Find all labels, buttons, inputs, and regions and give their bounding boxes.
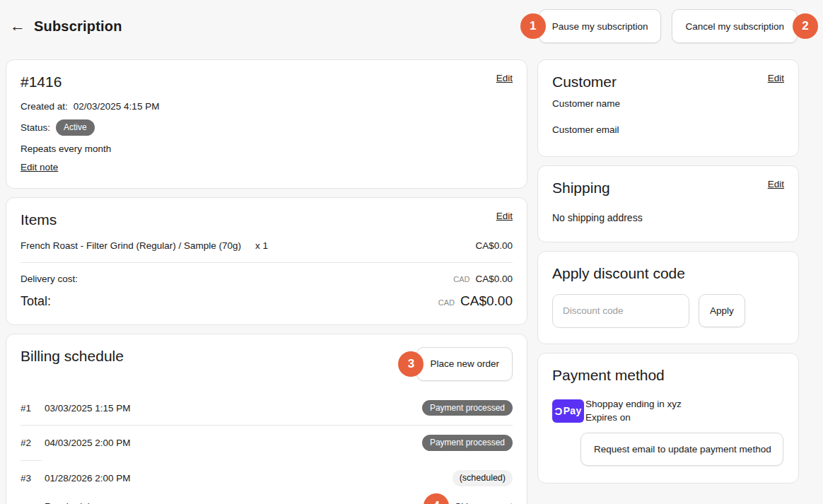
apply-discount-button[interactable]: Apply [699,294,745,327]
total-amount: CA$0.00 [460,293,513,308]
delivery-cost-label: Delivery cost: [21,274,78,284]
created-at-line: Created at: 02/03/2025 4:15 PM [21,101,513,112]
right-column: Customer Edit Customer name Customer ema… [537,59,799,484]
payment-title: Payment method [552,366,784,385]
pause-subscription-button[interactable]: Pause my subscription [539,9,662,43]
status-line: Status: Active [21,119,513,135]
step-badge-4: 4 [424,493,449,504]
step-badge-2: 2 [793,13,818,39]
created-at-label: Created at: [21,101,68,112]
status-label: Status: [21,122,50,133]
total-label: Total: [21,294,51,309]
item-name: French Roast - Filter Grind (Regular) / … [21,240,241,251]
shipping-title: Shipping [552,179,610,197]
subscription-id: #1416 [21,73,62,91]
billing-head: Billing schedule 3 Place new order [21,347,513,381]
items-divider [21,262,513,263]
payment-lines: Shoppay ending in xyz Expires on [585,399,682,423]
shipping-card: Shipping Edit No shipping address [537,165,799,242]
skip-payment-link[interactable]: Skip payment [455,501,513,504]
header-actions: 1 Pause my subscription Cancel my subscr… [539,9,798,43]
customer-head: Customer Edit [552,73,784,91]
shoppay-arrow-glyph: Ɔ [555,405,563,417]
place-new-order-button[interactable]: Place new order [416,347,513,381]
cancel-subscription-button[interactable]: Cancel my subscription [672,9,798,43]
reschedule-link[interactable]: Reschedule [45,501,95,504]
item-price: CA$0.00 [475,240,513,251]
discount-row: Apply [552,294,784,328]
no-shipping-address-text: No shipping address [552,212,643,223]
edit-note-link[interactable]: Edit note [21,162,58,172]
page-title: Subscription [34,18,122,35]
status-badge: Active [56,119,95,135]
customer-name: Customer name [552,98,620,109]
customer-name-line: Customer name [552,98,784,109]
discount-title: Apply discount code [552,264,784,283]
cancel-subscription-wrap: Cancel my subscription 2 [672,9,798,43]
repeats-text: Repeats every month [21,143,111,154]
delivery-currency: CAD [453,275,469,283]
request-email-update-button[interactable]: Request email to update payment method [580,433,783,466]
skip-payment-wrap: 4 Skip payment [455,501,513,504]
subscription-summary-card: #1416 Edit Created at: 02/03/2025 4:15 P… [6,59,527,189]
items-card: Items Edit French Roast - Filter Grind (… [6,197,527,325]
total-currency: CAD [438,298,455,307]
shoppay-icon: Ɔ Pay [552,399,584,423]
scheduled-badge: (scheduled) [453,470,513,486]
repeats-line: Repeats every month [21,143,513,154]
shipping-empty-line: No shipping address [552,212,784,223]
left-column: #1416 Edit Created at: 02/03/2025 4:15 P… [6,59,527,504]
billing-row-1: #1 03/03/2025 1:15 PM Payment processed [21,391,513,425]
subscription-summary-head: #1416 Edit [21,73,513,91]
payment-status-badge: Payment processed [422,435,513,450]
payment-method-card: Payment method Ɔ Pay Shoppay ending in x… [537,353,799,484]
shipping-head: Shipping Edit [552,179,784,197]
payment-expires-text: Expires on [585,412,682,423]
customer-card: Customer Edit Customer name Customer ema… [537,59,799,157]
delivery-cost-value: CADCA$0.00 [453,274,513,284]
item-row: French Roast - Filter Grind (Regular) / … [21,240,513,251]
total-value: CADCA$0.00 [438,293,513,309]
payment-status-badge: Payment processed [422,400,513,416]
billing-row-date: 03/03/2025 1:15 PM [45,403,422,414]
billing-row-number: #3 [21,473,45,484]
item-left: French Roast - Filter Grind (Regular) / … [21,240,268,251]
payment-info-row: Ɔ Pay Shoppay ending in xyz Expires on [552,399,784,423]
billing-title: Billing schedule [21,347,124,365]
billing-rows: #1 03/03/2025 1:15 PM Payment processed … [21,391,513,504]
billing-row-date: 04/03/2025 2:00 PM [45,438,422,448]
item-quantity: x 1 [255,240,268,251]
payment-ending-text: Shoppay ending in xyz [585,399,682,409]
created-at-value: 02/03/2025 4:15 PM [74,101,160,112]
discount-card: Apply discount code Apply [537,251,799,344]
billing-schedule-card: Billing schedule 3 Place new order #1 03… [6,334,527,504]
billing-row-date: 01/28/2026 2:00 PM [45,473,453,484]
billing-actions-row: Reschedule 4 Skip payment [21,496,513,504]
main-content: #1416 Edit Created at: 02/03/2025 4:15 P… [0,49,823,504]
delivery-amount: CA$0.00 [475,274,513,284]
billing-row-number: #1 [21,403,45,414]
delivery-cost-row: Delivery cost: CADCA$0.00 [21,274,513,284]
items-title: Items [21,211,57,229]
step-badge-3: 3 [398,351,424,377]
header-left: ← Subscription [10,18,122,35]
customer-title: Customer [552,73,617,91]
customer-email-line: Customer email [552,124,784,135]
pause-subscription-wrap: 1 Pause my subscription [539,9,662,43]
edit-items-link[interactable]: Edit [496,211,513,221]
edit-customer-link[interactable]: Edit [768,73,784,83]
shoppay-label: Pay [564,405,582,416]
step-badge-1: 1 [520,13,546,39]
billing-row-3: #3 01/28/2026 2:00 PM (scheduled) [21,461,513,496]
discount-code-input[interactable] [552,294,689,328]
billing-row-2: #2 04/03/2025 2:00 PM Payment processed [21,426,513,459]
billing-row-number: #2 [21,438,45,448]
place-new-order-wrap: 3 Place new order [416,347,513,381]
customer-email: Customer email [552,124,619,135]
edit-subscription-link[interactable]: Edit [496,73,513,83]
page-header: ← Subscription 1 Pause my subscription C… [0,0,823,49]
back-arrow-icon[interactable]: ← [10,18,25,34]
total-row: Total: CADCA$0.00 [21,293,513,309]
items-head: Items Edit [21,211,513,229]
edit-shipping-link[interactable]: Edit [768,179,784,189]
